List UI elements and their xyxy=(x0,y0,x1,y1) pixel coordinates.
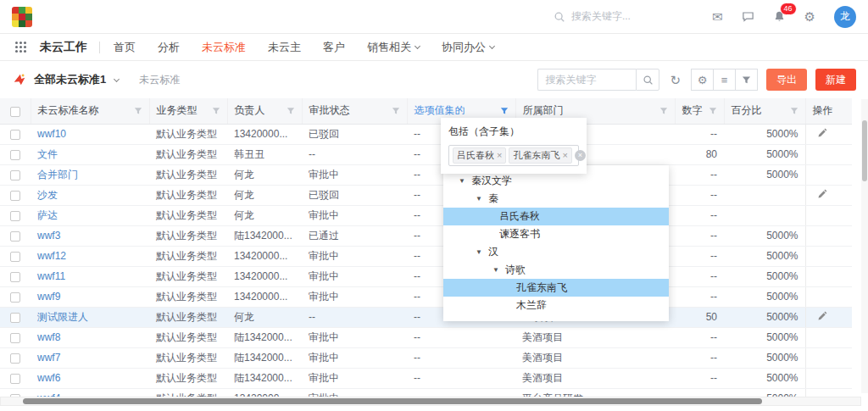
nav-item-3[interactable]: 未云标准 xyxy=(202,40,246,55)
app-logo[interactable] xyxy=(12,7,32,27)
triangle-down-icon[interactable]: ▼ xyxy=(476,249,482,256)
triangle-down-icon[interactable]: ▼ xyxy=(459,178,465,185)
refresh-icon[interactable]: ↻ xyxy=(670,74,681,86)
filter-funnel-icon[interactable] xyxy=(134,107,142,115)
global-search[interactable]: 搜索关键字... xyxy=(554,9,631,24)
triangle-down-icon[interactable]: ▼ xyxy=(492,267,499,274)
tree-node[interactable]: 木兰辞 xyxy=(443,297,669,314)
record-link[interactable]: wwf12 xyxy=(37,250,66,262)
tree-node[interactable]: 谏逐客书 xyxy=(443,225,669,243)
cell-status: 已驳回 xyxy=(302,124,407,144)
record-link[interactable]: wwf7 xyxy=(37,352,60,364)
column-header[interactable]: 负责人 xyxy=(227,98,302,124)
view-title[interactable]: 全部未云标准1 xyxy=(34,72,106,87)
cell-actions xyxy=(805,246,852,266)
mail-icon[interactable]: ✉ xyxy=(712,10,723,23)
row-checkbox[interactable] xyxy=(10,313,20,323)
filter-funnel-icon[interactable] xyxy=(392,107,400,115)
row-checkbox[interactable] xyxy=(10,130,20,140)
filter-funnel-toolbar-icon[interactable] xyxy=(735,69,758,91)
filter-funnel-icon[interactable] xyxy=(790,107,798,115)
cell-actions xyxy=(805,347,852,368)
row-checkbox[interactable] xyxy=(10,170,20,181)
record-link[interactable]: wwf11 xyxy=(37,270,65,282)
list-search-input[interactable] xyxy=(537,69,636,91)
row-checkbox[interactable] xyxy=(10,191,20,201)
row-checkbox[interactable] xyxy=(10,252,20,262)
remove-tag-icon[interactable]: × xyxy=(497,151,502,160)
record-link[interactable]: wwf6 xyxy=(37,372,60,384)
gear-icon[interactable]: ⚙ xyxy=(804,10,815,23)
triangle-down-icon[interactable]: ▼ xyxy=(476,196,482,203)
row-checkbox[interactable] xyxy=(10,150,20,160)
nav-item-4[interactable]: 未云主 xyxy=(268,40,301,55)
filter-funnel-icon[interactable] xyxy=(287,107,295,115)
tree-node[interactable]: ▼秦 xyxy=(443,190,669,208)
select-all-checkbox[interactable] xyxy=(10,107,20,117)
record-link[interactable]: 合并部门 xyxy=(37,169,78,181)
nav-item-5[interactable]: 客户 xyxy=(323,40,345,55)
view-logo-icon xyxy=(12,72,27,87)
record-link[interactable]: wwf3 xyxy=(37,230,60,242)
edit-icon[interactable] xyxy=(817,189,827,199)
record-link[interactable]: wwf10 xyxy=(37,128,66,140)
list-view-icon[interactable]: ≡ xyxy=(713,69,736,91)
row-checkbox[interactable] xyxy=(10,231,20,242)
filter-tag-input[interactable]: 吕氏春秋×孔雀东南飞× × xyxy=(448,145,579,166)
vertical-scrollbar-thumb[interactable] xyxy=(862,120,867,181)
record-link[interactable]: 沙发 xyxy=(37,189,58,201)
nav-item-1[interactable]: 首页 xyxy=(114,40,136,55)
create-button[interactable]: 新建 xyxy=(815,69,856,91)
workspace-title[interactable]: 未云工作 xyxy=(40,40,87,55)
filter-funnel-icon[interactable] xyxy=(709,107,717,115)
nav-item-2[interactable]: 分析 xyxy=(158,40,180,55)
tree-node[interactable]: 孔雀东南飞 xyxy=(443,279,669,297)
tree-node[interactable]: ▼秦汉文学 xyxy=(443,172,669,190)
record-link[interactable]: 测试限进人 xyxy=(37,311,88,323)
row-checkbox[interactable] xyxy=(10,211,20,221)
settings-gear-icon[interactable]: ⚙ xyxy=(691,69,714,91)
chevron-down-icon[interactable] xyxy=(114,75,120,81)
remove-tag-icon[interactable]: × xyxy=(562,151,567,160)
row-checkbox[interactable] xyxy=(10,272,20,282)
cell-owner: 13420000... xyxy=(227,124,302,144)
tree-node[interactable]: ▼汉 xyxy=(443,243,669,261)
clear-tags-icon[interactable]: × xyxy=(575,150,586,161)
list-search-button[interactable] xyxy=(636,69,659,91)
column-header[interactable]: 未云标准名称 xyxy=(31,98,149,124)
edit-icon[interactable] xyxy=(817,128,827,138)
column-header[interactable]: 百分比 xyxy=(724,98,805,124)
record-link[interactable]: 萨达 xyxy=(37,209,58,221)
cell-option: -- xyxy=(407,347,515,368)
record-link[interactable]: wwf8 xyxy=(37,331,60,343)
nav-item-6[interactable]: 销售相关 xyxy=(367,40,420,55)
nav-item-7[interactable]: 协同办公 xyxy=(442,40,494,55)
notifications[interactable]: 46 xyxy=(773,10,786,23)
edit-icon[interactable] xyxy=(817,311,827,321)
apps-grid-icon[interactable] xyxy=(15,42,18,44)
filter-funnel-icon[interactable] xyxy=(659,107,668,115)
row-checkbox[interactable] xyxy=(10,292,20,303)
record-link[interactable]: 文件 xyxy=(37,148,58,160)
record-link[interactable]: wwf9 xyxy=(37,291,60,303)
tree-node[interactable]: 吕氏春秋 xyxy=(443,208,669,225)
column-header[interactable]: 数字 xyxy=(675,98,724,124)
row-checkbox[interactable] xyxy=(10,333,20,343)
filter-funnel-icon[interactable] xyxy=(500,107,509,115)
filter-funnel-icon[interactable] xyxy=(212,107,220,115)
cell-percent: 5000% xyxy=(724,327,805,347)
cell-status: 审批中 xyxy=(302,266,407,286)
option-tree-dropdown: ▼秦汉文学▼秦吕氏春秋谏逐客书▼汉▼诗歌孔雀东南飞木兰辞 xyxy=(443,165,669,321)
export-button[interactable]: 导出 xyxy=(766,69,807,91)
column-header[interactable]: 业务类型 xyxy=(149,98,227,124)
row-checkbox[interactable] xyxy=(10,374,20,384)
chat-icon[interactable] xyxy=(742,10,754,23)
cell-type: 默认业务类型 xyxy=(149,246,227,266)
tree-node[interactable]: ▼诗歌 xyxy=(443,261,669,279)
horizontal-scrollbar-thumb[interactable] xyxy=(23,398,762,404)
filter-mode-label[interactable]: 包括（含子集） xyxy=(448,125,579,139)
column-header[interactable]: 审批状态 xyxy=(302,98,407,124)
column-header[interactable]: 操作 xyxy=(805,98,852,124)
row-checkbox[interactable] xyxy=(10,353,20,364)
avatar[interactable]: 龙 xyxy=(834,6,856,28)
